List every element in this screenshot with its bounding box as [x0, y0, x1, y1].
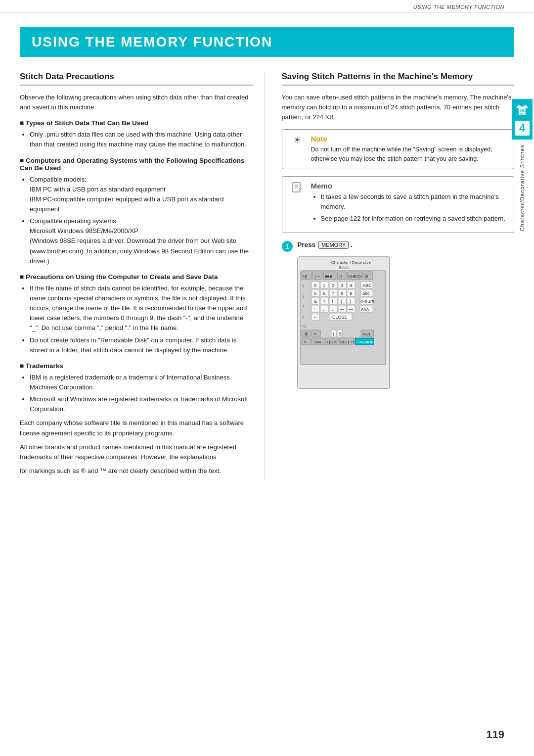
svg-text:L: L [333, 331, 335, 336]
step-number: 1 [282, 241, 293, 252]
svg-text:(: ( [341, 299, 342, 304]
svg-text:↕↔: ↕↔ [314, 274, 321, 279]
subsection-4-list: IBM is a registered trademark or a trade… [30, 373, 253, 415]
svg-text:↓: ↓ [302, 293, 305, 299]
subsection-title-1: Types of Stitch Data That Can Be Used [20, 119, 253, 127]
top-header: USING THE MEMORY FUNCTION [0, 0, 534, 12]
svg-text:CHECK: CHECK [348, 274, 362, 279]
svg-rect-56 [338, 297, 346, 304]
chapter-title: USING THE MEMORY FUNCTION [32, 34, 502, 50]
chapter-banner: USING THE MEMORY FUNCTION [20, 27, 514, 57]
svg-text:2: 2 [332, 283, 334, 288]
svg-rect-54 [329, 297, 337, 304]
list-item: Do not create folders in "Removable Disk… [30, 335, 253, 355]
svg-rect-64 [320, 305, 328, 312]
svg-text:ABC: ABC [520, 109, 527, 112]
footer-para-1: Each company whose software title is men… [20, 418, 253, 438]
note-icon-area: ☀ [288, 135, 306, 145]
svg-text:.: . [332, 307, 333, 312]
svg-text:8: 8 [341, 291, 343, 296]
svg-text:N∫: N∫ [303, 274, 308, 279]
memo-list: It takes a few seconds to save a stitch … [321, 192, 508, 224]
list-item: Microsoft and Windows are registered tra… [30, 394, 253, 414]
header-label: USING THE MEMORY FUNCTION [413, 4, 504, 10]
svg-text:☐: ☐ [339, 275, 342, 278]
svg-text:start: start [362, 332, 370, 336]
svg-text:!: ! [332, 299, 333, 304]
svg-text:,: , [323, 307, 324, 312]
svg-text:←: ← [313, 315, 317, 320]
svg-rect-66 [329, 305, 337, 312]
list-item: Only .pmu stitch data files can be used … [30, 130, 253, 149]
svg-text:↑: ↑ [302, 303, 305, 309]
sidebar-vertical-label: Character/Decorative Stitches [519, 144, 525, 231]
left-intro: Observe the following precautions when u… [20, 93, 253, 112]
svg-rect-58 [347, 297, 355, 304]
footer-para-3: for markings such as ® and ™ are not cle… [20, 466, 253, 476]
svg-text:ÄÄÄ: ÄÄÄ [361, 307, 369, 312]
right-sidebar: ABC 660 4 Character/Decorative Stitches [510, 99, 534, 231]
right-intro: You can save often-used stitch patterns … [282, 93, 515, 122]
memo-title: Memo [311, 182, 508, 190]
svg-text:CLOSE: CLOSE [332, 315, 348, 320]
svg-text:✂: ✂ [313, 331, 317, 336]
note-text: Do not turn off the machine while the "S… [311, 145, 508, 164]
svg-text:): ) [350, 299, 351, 304]
list-item: If the file name of stitch data cannot b… [30, 284, 253, 333]
svg-text:⊞: ⊞ [364, 274, 368, 279]
page-number: 119 [486, 728, 504, 741]
svg-text:Character / Decorative: Character / Decorative [331, 260, 371, 265]
svg-text:—: — [340, 307, 344, 312]
memo-item: See page 122 for information on retrievi… [321, 214, 508, 224]
memo-item: It takes a few seconds to save a stitch … [321, 192, 508, 212]
subsection-2-list: Compatible models: IBM PC with a USB por… [30, 175, 253, 266]
svg-text:DELETE: DELETE [340, 340, 356, 344]
note-content: Note Do not turn off the machine while t… [311, 135, 508, 164]
right-column: Saving Stitch Patterns in the Machine's … [280, 72, 515, 480]
subsection-title-3: Precautions on Using the Computer to Cre… [20, 273, 253, 281]
memo-icon [288, 182, 306, 193]
list-item: Compatible operating systems: Microsoft … [30, 216, 253, 266]
svg-text:?: ? [323, 299, 325, 304]
svg-rect-62 [312, 305, 319, 312]
left-column: Stitch Data Precautions Observe the foll… [20, 72, 265, 480]
right-section-title: Saving Stitch Patterns in the Machine's … [282, 72, 515, 86]
list-item: Compatible models: IBM PC with a USB por… [30, 175, 253, 215]
subsection-1-list: Only .pmu stitch data files can be used … [30, 130, 253, 149]
svg-text:5: 5 [314, 291, 316, 296]
subsection-3-list: If the file name of stitch data cannot b… [30, 284, 253, 355]
subsection-title-2: Computers and Operating Systems with the… [20, 157, 253, 172]
memory-button[interactable]: MEMORY [318, 241, 349, 249]
svg-text:0: 0 [314, 283, 316, 288]
svg-text:◁: ◁ [302, 323, 306, 329]
svg-text:ABC: ABC [362, 283, 372, 288]
svg-text:660: 660 [520, 112, 526, 115]
svg-text:≻: ≻ [304, 339, 308, 344]
footer-para-2: All other brands and product names menti… [20, 442, 253, 462]
memo-box: Memo It takes a few seconds to save a st… [282, 176, 515, 233]
svg-text:Stitch: Stitch [339, 265, 349, 270]
chapter-tab: ABC 660 4 [512, 99, 533, 140]
svg-text:7: 7 [332, 291, 334, 296]
step-instruction: Press MEMORY . [298, 241, 353, 249]
svg-text:abc: abc [362, 291, 370, 296]
sun-icon: ☀ [293, 135, 301, 145]
svg-text:3: 3 [341, 283, 343, 288]
subsection-title-4: Trademarks [20, 362, 253, 370]
svg-text:0~9 &?!: 0~9 &?! [360, 299, 374, 304]
note-title: Note [311, 135, 508, 143]
svg-text:↑: ↑ [302, 284, 305, 289]
svg-text:9: 9 [350, 291, 352, 296]
svg-text:☆MEMORY: ☆MEMORY [356, 340, 376, 344]
svg-text:LBOS: LBOS [327, 340, 337, 344]
svg-text:': ' [314, 307, 315, 312]
svg-text:4: 4 [350, 283, 352, 288]
svg-text:&: & [314, 299, 317, 304]
left-section-title: Stitch Data Precautions [20, 72, 253, 86]
list-item: IBM is a registered trademark or a trade… [30, 373, 253, 392]
content-area: Stitch Data Precautions Observe the foll… [20, 72, 514, 480]
svg-text:1: 1 [323, 283, 325, 288]
svg-rect-0 [293, 183, 300, 192]
svg-text:⊕: ⊕ [304, 331, 308, 336]
step-1-row: 1 Press MEMORY . [282, 240, 515, 252]
